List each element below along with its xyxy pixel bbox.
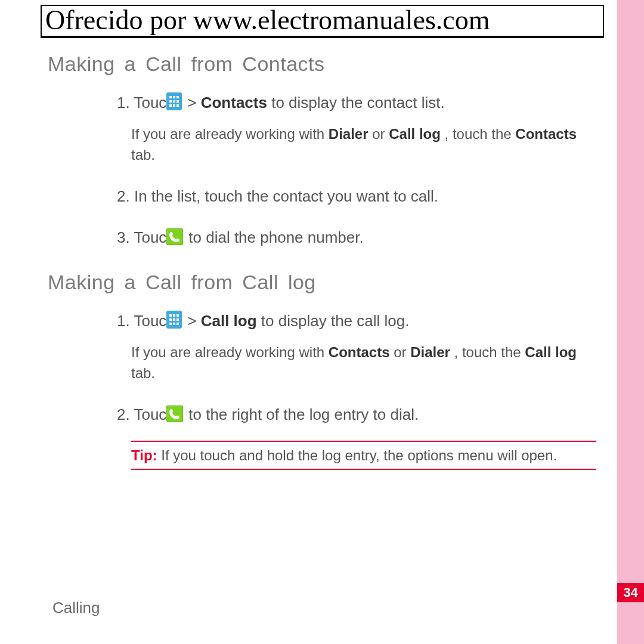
apps-grid-icon — [181, 92, 182, 116]
bold-text: Contacts — [329, 344, 390, 360]
svg-rect-10 — [166, 228, 183, 245]
bold-text: Call log — [389, 126, 441, 142]
svg-rect-18 — [169, 323, 172, 325]
svg-rect-12 — [169, 314, 172, 317]
svg-rect-7 — [169, 104, 172, 107]
svg-rect-8 — [173, 104, 175, 107]
svg-rect-1 — [169, 96, 172, 98]
step-b1: 1. Touch > Call log to display the call … — [48, 311, 596, 334]
svg-rect-13 — [173, 314, 175, 317]
bold-text: Contacts — [515, 126, 577, 142]
text: If you are already working with — [131, 344, 329, 360]
phone-call-icon — [181, 405, 183, 428]
bold-text: Call log — [525, 344, 577, 360]
text: , touch the — [445, 126, 516, 142]
step-a2: 2. In the list, touch the contact you wa… — [48, 186, 596, 207]
svg-rect-19 — [173, 323, 175, 325]
bold-text: Call log — [201, 312, 257, 330]
svg-rect-20 — [177, 323, 179, 325]
bold-text: Dialer — [329, 126, 369, 142]
svg-rect-9 — [177, 104, 179, 107]
section-title-calllog: Making a Call from Call log — [48, 271, 596, 294]
phone-call-icon — [181, 228, 183, 250]
step-a1-note: If you are already working with Dialer o… — [48, 124, 596, 166]
apps-grid-icon — [181, 311, 182, 334]
step-b1-note: If you are already working with Contacts… — [48, 342, 596, 384]
side-strip — [617, 0, 644, 644]
step-b2: 2. Touch to the right of the log entry t… — [48, 404, 596, 428]
svg-rect-2 — [173, 96, 175, 98]
svg-rect-4 — [169, 100, 172, 103]
text: to the right of the log entry to dial. — [188, 405, 419, 423]
text: tab. — [131, 365, 155, 381]
text: > — [187, 94, 200, 112]
tip-callout: Tip: If you touch and hold the log entry… — [131, 441, 596, 470]
text: or — [372, 126, 389, 142]
svg-rect-15 — [169, 318, 172, 321]
svg-rect-21 — [166, 405, 183, 422]
svg-rect-14 — [177, 314, 179, 317]
header-banner: Ofrecido por www.electromanuales.com — [41, 5, 604, 38]
text: to display the call log. — [261, 312, 410, 330]
text: > — [187, 312, 200, 330]
text: , touch the — [454, 344, 525, 360]
page-number: 34 — [617, 583, 644, 602]
text: to display the contact list. — [271, 94, 444, 112]
text: or — [394, 344, 410, 360]
svg-rect-3 — [177, 96, 179, 98]
svg-rect-16 — [173, 318, 175, 321]
footer-chapter: Calling — [52, 599, 100, 617]
svg-rect-5 — [173, 100, 175, 103]
svg-rect-17 — [177, 318, 179, 321]
text: tab. — [131, 147, 155, 163]
bold-text: Dialer — [410, 344, 450, 360]
svg-rect-6 — [177, 100, 179, 103]
text: to dial the phone number. — [188, 228, 363, 246]
bold-text: Contacts — [201, 94, 267, 112]
step-a3: 3. Touch to dial the phone number. — [48, 227, 596, 250]
text: If you are already working with — [131, 126, 329, 142]
section-title-contacts: Making a Call from Contacts — [48, 52, 596, 76]
step-a1: 1. Touch > Contacts to display the conta… — [48, 92, 596, 116]
page-content: Making a Call from Contacts 1. Touch > C… — [48, 42, 596, 470]
tip-text: If you touch and hold the log entry, the… — [161, 447, 557, 463]
tip-label: Tip: — [131, 447, 161, 463]
